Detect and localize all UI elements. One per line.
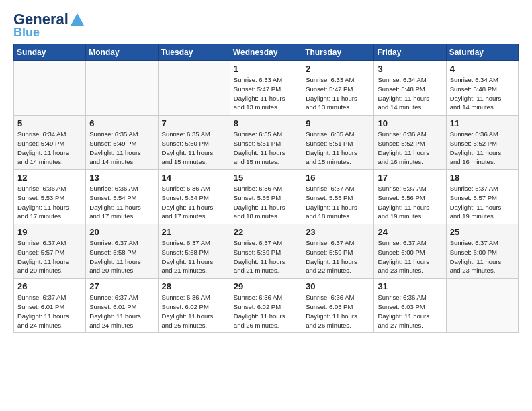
calendar-week-5: 26Sunrise: 6:37 AM Sunset: 6:01 PM Dayli… — [14, 279, 519, 333]
day-number: 17 — [378, 173, 442, 183]
day-info: Sunrise: 6:36 AM Sunset: 5:52 PM Dayligh… — [450, 130, 515, 167]
empty-cell — [86, 61, 158, 116]
day-info: Sunrise: 6:35 AM Sunset: 5:51 PM Dayligh… — [306, 130, 370, 167]
calendar-day-11: 11Sunrise: 6:36 AM Sunset: 5:52 PM Dayli… — [446, 116, 518, 170]
calendar-day-22: 22Sunrise: 6:37 AM Sunset: 5:59 PM Dayli… — [230, 224, 302, 279]
calendar-week-2: 5Sunrise: 6:34 AM Sunset: 5:49 PM Daylig… — [14, 116, 519, 170]
day-number: 4 — [450, 64, 515, 74]
empty-cell — [14, 61, 86, 116]
day-number: 6 — [89, 118, 154, 128]
day-number: 21 — [162, 227, 226, 237]
day-info: Sunrise: 6:33 AM Sunset: 5:47 PM Dayligh… — [234, 75, 298, 112]
calendar-week-1: 1Sunrise: 6:33 AM Sunset: 5:47 PM Daylig… — [14, 61, 519, 116]
weekday-header-sunday: Sunday — [14, 44, 86, 61]
header: General Blue — [13, 11, 519, 40]
day-number: 23 — [306, 227, 370, 237]
day-number: 10 — [378, 118, 442, 128]
calendar-day-21: 21Sunrise: 6:37 AM Sunset: 5:58 PM Dayli… — [158, 224, 230, 279]
day-info: Sunrise: 6:33 AM Sunset: 5:47 PM Dayligh… — [306, 75, 370, 112]
day-number: 25 — [450, 227, 515, 237]
day-info: Sunrise: 6:36 AM Sunset: 5:52 PM Dayligh… — [378, 130, 442, 167]
calendar-day-15: 15Sunrise: 6:36 AM Sunset: 5:55 PM Dayli… — [230, 170, 302, 224]
calendar-day-3: 3Sunrise: 6:34 AM Sunset: 5:48 PM Daylig… — [374, 61, 446, 116]
day-number: 16 — [306, 173, 370, 183]
day-number: 11 — [450, 118, 515, 128]
day-info: Sunrise: 6:34 AM Sunset: 5:49 PM Dayligh… — [17, 130, 82, 167]
calendar-day-14: 14Sunrise: 6:36 AM Sunset: 5:54 PM Dayli… — [158, 170, 230, 224]
day-info: Sunrise: 6:34 AM Sunset: 5:48 PM Dayligh… — [450, 75, 515, 112]
calendar-day-20: 20Sunrise: 6:37 AM Sunset: 5:58 PM Dayli… — [86, 224, 158, 279]
day-info: Sunrise: 6:37 AM Sunset: 5:56 PM Dayligh… — [378, 184, 442, 221]
weekday-header-saturday: Saturday — [446, 44, 518, 61]
weekday-header-monday: Monday — [86, 44, 158, 61]
day-number: 24 — [378, 227, 442, 237]
calendar-day-31: 31Sunrise: 6:36 AM Sunset: 6:03 PM Dayli… — [374, 279, 446, 333]
day-number: 2 — [306, 64, 370, 74]
day-number: 31 — [378, 281, 442, 291]
calendar-day-19: 19Sunrise: 6:37 AM Sunset: 5:57 PM Dayli… — [14, 224, 86, 279]
day-info: Sunrise: 6:37 AM Sunset: 5:58 PM Dayligh… — [162, 238, 226, 275]
day-info: Sunrise: 6:36 AM Sunset: 5:55 PM Dayligh… — [234, 184, 298, 221]
day-number: 14 — [162, 173, 226, 183]
calendar-day-13: 13Sunrise: 6:36 AM Sunset: 5:54 PM Dayli… — [86, 170, 158, 224]
day-info: Sunrise: 6:36 AM Sunset: 5:54 PM Dayligh… — [89, 184, 154, 221]
calendar-day-29: 29Sunrise: 6:36 AM Sunset: 6:02 PM Dayli… — [230, 279, 302, 333]
calendar-week-3: 12Sunrise: 6:36 AM Sunset: 5:53 PM Dayli… — [14, 170, 519, 224]
calendar-page: General Blue SundayMondayTuesdayWednesda… — [0, 0, 532, 411]
day-info: Sunrise: 6:36 AM Sunset: 6:03 PM Dayligh… — [306, 293, 370, 330]
day-number: 19 — [17, 227, 82, 237]
day-number: 27 — [89, 281, 154, 291]
day-info: Sunrise: 6:35 AM Sunset: 5:49 PM Dayligh… — [89, 130, 154, 167]
calendar-day-7: 7Sunrise: 6:35 AM Sunset: 5:50 PM Daylig… — [158, 116, 230, 170]
calendar-day-4: 4Sunrise: 6:34 AM Sunset: 5:48 PM Daylig… — [446, 61, 518, 116]
day-info: Sunrise: 6:37 AM Sunset: 5:57 PM Dayligh… — [17, 238, 82, 275]
day-number: 29 — [234, 281, 298, 291]
day-info: Sunrise: 6:36 AM Sunset: 6:03 PM Dayligh… — [378, 293, 442, 330]
calendar-day-17: 17Sunrise: 6:37 AM Sunset: 5:56 PM Dayli… — [374, 170, 446, 224]
day-number: 9 — [306, 118, 370, 128]
day-info: Sunrise: 6:36 AM Sunset: 6:02 PM Dayligh… — [162, 293, 226, 330]
day-info: Sunrise: 6:37 AM Sunset: 6:01 PM Dayligh… — [17, 293, 82, 330]
day-number: 7 — [162, 118, 226, 128]
logo-icon — [70, 12, 85, 27]
day-info: Sunrise: 6:37 AM Sunset: 6:00 PM Dayligh… — [378, 238, 442, 275]
day-info: Sunrise: 6:37 AM Sunset: 5:59 PM Dayligh… — [306, 238, 370, 275]
calendar-table: SundayMondayTuesdayWednesdayThursdayFrid… — [13, 44, 519, 333]
calendar-header-row: SundayMondayTuesdayWednesdayThursdayFrid… — [14, 44, 519, 61]
day-info: Sunrise: 6:34 AM Sunset: 5:48 PM Dayligh… — [378, 75, 442, 112]
calendar-day-26: 26Sunrise: 6:37 AM Sunset: 6:01 PM Dayli… — [14, 279, 86, 333]
day-info: Sunrise: 6:36 AM Sunset: 6:02 PM Dayligh… — [234, 293, 298, 330]
day-number: 28 — [162, 281, 226, 291]
day-info: Sunrise: 6:35 AM Sunset: 5:50 PM Dayligh… — [162, 130, 226, 167]
calendar-day-1: 1Sunrise: 6:33 AM Sunset: 5:47 PM Daylig… — [230, 61, 302, 116]
day-number: 20 — [89, 227, 154, 237]
day-info: Sunrise: 6:36 AM Sunset: 5:53 PM Dayligh… — [17, 184, 82, 221]
day-info: Sunrise: 6:37 AM Sunset: 5:58 PM Dayligh… — [89, 238, 154, 275]
weekday-header-friday: Friday — [374, 44, 446, 61]
day-number: 12 — [17, 173, 82, 183]
calendar-day-12: 12Sunrise: 6:36 AM Sunset: 5:53 PM Dayli… — [14, 170, 86, 224]
calendar-day-9: 9Sunrise: 6:35 AM Sunset: 5:51 PM Daylig… — [302, 116, 374, 170]
calendar-day-27: 27Sunrise: 6:37 AM Sunset: 6:01 PM Dayli… — [86, 279, 158, 333]
day-number: 30 — [306, 281, 370, 291]
svg-marker-0 — [71, 13, 84, 26]
calendar-day-24: 24Sunrise: 6:37 AM Sunset: 6:00 PM Dayli… — [374, 224, 446, 279]
day-info: Sunrise: 6:37 AM Sunset: 6:01 PM Dayligh… — [89, 293, 154, 330]
day-info: Sunrise: 6:36 AM Sunset: 5:54 PM Dayligh… — [162, 184, 226, 221]
calendar-day-28: 28Sunrise: 6:36 AM Sunset: 6:02 PM Dayli… — [158, 279, 230, 333]
calendar-day-8: 8Sunrise: 6:35 AM Sunset: 5:51 PM Daylig… — [230, 116, 302, 170]
calendar-day-18: 18Sunrise: 6:37 AM Sunset: 5:57 PM Dayli… — [446, 170, 518, 224]
logo: General Blue — [13, 11, 85, 40]
day-info: Sunrise: 6:35 AM Sunset: 5:51 PM Dayligh… — [234, 130, 298, 167]
day-number: 1 — [234, 64, 298, 74]
day-number: 22 — [234, 227, 298, 237]
calendar-day-16: 16Sunrise: 6:37 AM Sunset: 5:55 PM Dayli… — [302, 170, 374, 224]
day-number: 13 — [89, 173, 154, 183]
calendar-day-23: 23Sunrise: 6:37 AM Sunset: 5:59 PM Dayli… — [302, 224, 374, 279]
calendar-week-4: 19Sunrise: 6:37 AM Sunset: 5:57 PM Dayli… — [14, 224, 519, 279]
weekday-header-tuesday: Tuesday — [158, 44, 230, 61]
day-number: 15 — [234, 173, 298, 183]
weekday-header-wednesday: Wednesday — [230, 44, 302, 61]
calendar-day-2: 2Sunrise: 6:33 AM Sunset: 5:47 PM Daylig… — [302, 61, 374, 116]
empty-cell — [158, 61, 230, 116]
